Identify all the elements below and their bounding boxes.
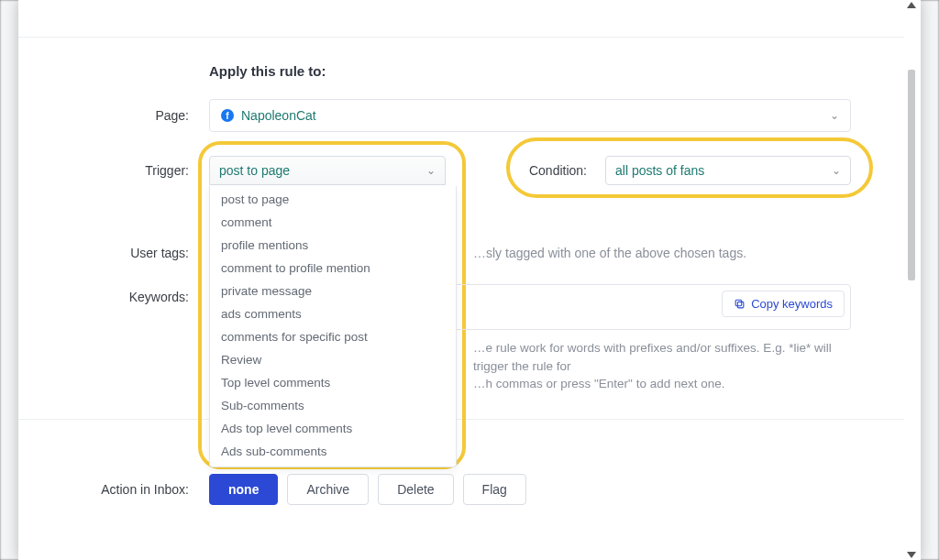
label-page: Page:	[72, 108, 209, 123]
scroll-up-icon[interactable]	[907, 2, 916, 8]
facebook-icon: f	[221, 109, 234, 122]
copy-icon	[734, 298, 746, 310]
section-apply-title: Apply this rule to:	[209, 63, 851, 79]
scrollbar-track[interactable]	[908, 15, 915, 545]
label-trigger: Trigger:	[72, 163, 209, 178]
page-select[interactable]: f NapoleonCat ⌄	[209, 99, 851, 132]
condition-select-value: all posts of fans	[615, 163, 704, 178]
trigger-option[interactable]: Top level comments	[210, 371, 456, 394]
trigger-option[interactable]: profile mentions	[210, 234, 456, 257]
trigger-select[interactable]: post to page ⌄	[209, 156, 446, 185]
trigger-option[interactable]: comment to profile mention	[210, 257, 456, 280]
label-action: Action in Inbox:	[72, 482, 209, 497]
trigger-option[interactable]: post to page	[210, 188, 456, 211]
trigger-option[interactable]: comments for specific post	[210, 325, 456, 348]
action-archive-button[interactable]: Archive	[287, 474, 369, 505]
trigger-option[interactable]: Ads top level comments	[210, 417, 456, 440]
copy-keywords-button[interactable]: Copy keywords	[722, 291, 845, 317]
label-keywords: Keywords:	[72, 284, 209, 304]
keywords-help-1: …e rule work for words with prefixes and…	[473, 341, 832, 373]
trigger-dropdown: post to page comment profile mentions co…	[209, 186, 457, 467]
inbox-action-group: none Archive Delete Flag	[209, 474, 851, 505]
keywords-help-2: …h commas or press "Enter" to add next o…	[473, 377, 724, 390]
trigger-option[interactable]: private message	[210, 280, 456, 302]
trigger-option[interactable]: Review	[210, 348, 456, 371]
label-condition: Condition:	[529, 163, 587, 178]
label-user-tags: User tags:	[72, 246, 209, 260]
action-flag-button[interactable]: Flag	[463, 474, 526, 505]
scrollbar-thumb[interactable]	[908, 70, 915, 280]
page-select-value: NapoleonCat	[241, 108, 316, 123]
trigger-option[interactable]: Sub-comments	[210, 394, 456, 417]
chevron-down-icon: ⌄	[832, 164, 841, 177]
divider	[18, 419, 904, 420]
action-none-button[interactable]: none	[209, 474, 278, 505]
trigger-select-value: post to page	[219, 163, 290, 178]
rule-modal: Apply this rule to: Page: f NapoleonCat …	[18, 0, 921, 560]
chevron-down-icon: ⌄	[426, 164, 436, 177]
svg-rect-0	[737, 302, 744, 308]
action-delete-button[interactable]: Delete	[378, 474, 453, 505]
scrollbar[interactable]	[906, 2, 917, 558]
copy-keywords-label: Copy keywords	[751, 297, 833, 311]
condition-select[interactable]: all posts of fans ⌄	[605, 156, 851, 185]
trigger-option[interactable]: Ads sub-comments	[210, 440, 456, 463]
trigger-option[interactable]: ads comments	[210, 302, 456, 325]
scroll-down-icon[interactable]	[907, 552, 916, 558]
svg-rect-1	[735, 300, 742, 306]
modal-content: Apply this rule to: Page: f NapoleonCat …	[18, 0, 904, 560]
trigger-option[interactable]: comment	[210, 211, 456, 234]
chevron-down-icon: ⌄	[830, 109, 839, 122]
